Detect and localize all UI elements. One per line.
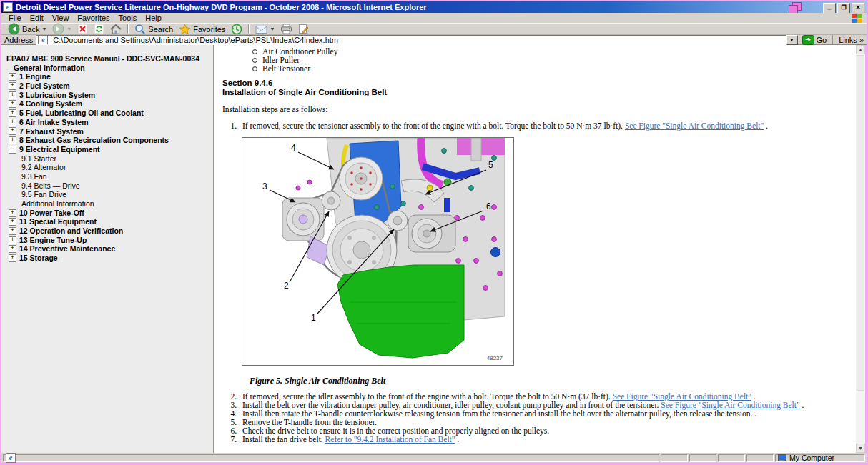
step-number: 2.: [214, 392, 242, 401]
tree-item[interactable]: +13 Engine Tune-Up: [1, 236, 213, 245]
status-pane: [661, 454, 688, 462]
stop-icon: [77, 24, 88, 34]
tree-expand-toggle[interactable]: +: [9, 73, 16, 81]
home-button[interactable]: [107, 24, 124, 34]
tree-expand-toggle[interactable]: +: [9, 254, 16, 262]
tree-item[interactable]: +6 Air Intake System: [1, 118, 213, 127]
forward-button[interactable]: ▼: [49, 24, 74, 34]
tree-expand-toggle[interactable]: +: [9, 91, 16, 99]
menu-item-tools[interactable]: Tools: [114, 14, 142, 22]
callout-6: 6: [486, 201, 491, 211]
history-button[interactable]: [228, 24, 245, 34]
tree-item[interactable]: EPA07 MBE 900 Service Manual - DDC-SVC-M…: [1, 54, 213, 64]
figure-caption: Figure 5. Single Air Conditioning Belt: [250, 376, 385, 386]
tree-item-label: 14 Preventive Maintenance: [19, 244, 115, 254]
title-bar: e Detroit Diesel Power Service Literatur…: [1, 1, 867, 13]
address-input[interactable]: e C:\Documents and Settings\Administrato…: [36, 35, 786, 45]
tree-item[interactable]: 9.2 Alternator: [1, 163, 213, 172]
circle-bullet-icon: [252, 58, 257, 63]
tree-item-label: 9 Electrical Equipment: [19, 145, 100, 154]
search-button[interactable]: Search: [132, 24, 176, 34]
menu-item-help[interactable]: Help: [141, 14, 166, 22]
stop-button[interactable]: [74, 24, 91, 34]
tree-expand-toggle[interactable]: +: [9, 119, 16, 126]
tree-item[interactable]: +4 Cooling System: [1, 99, 213, 109]
tree-expand-toggle[interactable]: +: [9, 100, 16, 108]
close-button[interactable]: ✕: [852, 3, 864, 14]
navigation-tree: EPA07 MBE 900 Service Manual - DDC-SVC-M…: [1, 45, 213, 453]
address-bar: Address e C:\Documents and Settings\Admi…: [1, 35, 867, 45]
tree-item[interactable]: 9.3 Fan: [1, 172, 213, 181]
status-pane: [689, 454, 716, 462]
document-reference-link[interactable]: Refer to "9.4.2 Installation of Fan Belt…: [325, 435, 455, 444]
menu-item-file[interactable]: File: [4, 14, 26, 22]
mail-button[interactable]: ▼: [252, 24, 277, 34]
bullet-item: Idler Puller: [252, 56, 337, 64]
tree-item[interactable]: 9.1 Starter: [1, 154, 213, 164]
tree-expand-toggle[interactable]: +: [9, 227, 16, 235]
tree-item-label: 9.5 Fan Drive: [21, 190, 66, 199]
back-button[interactable]: Back▼: [5, 24, 49, 34]
tree-expand-toggle[interactable]: +: [9, 82, 16, 90]
tree-expand-toggle[interactable]: +: [9, 127, 16, 135]
status-zone-pane: My Computer: [775, 454, 865, 462]
tree-item[interactable]: +3 Lubrication System: [1, 91, 213, 100]
document-reference-link[interactable]: See Figure "Single Air Conditioning Belt…: [661, 401, 799, 409]
tree-item[interactable]: 9.5 Fan Drive: [1, 190, 213, 199]
menu-item-edit[interactable]: Edit: [26, 14, 48, 22]
tree-expand-toggle[interactable]: +: [9, 236, 16, 244]
tree-expand-toggle[interactable]: +: [9, 245, 16, 253]
tree-item[interactable]: +1 Engine: [1, 72, 213, 81]
scrollbar-thumb[interactable]: [857, 55, 864, 391]
tree-item[interactable]: +14 Preventive Maintenance: [1, 244, 213, 254]
history-icon: [231, 24, 242, 35]
tree-expand-toggle[interactable]: +: [9, 218, 16, 226]
tree-expand-toggle[interactable]: +: [9, 209, 16, 217]
tree-expand-toggle[interactable]: +: [9, 109, 16, 117]
address-value: C:\Documents and Settings\Administrator\…: [53, 36, 338, 44]
tree-item-label: 9.3 Fan: [21, 172, 47, 181]
vertical-scrollbar[interactable]: ▲ ▼: [856, 45, 865, 453]
go-icon: ➔: [802, 35, 814, 45]
minimize-button[interactable]: _: [823, 3, 836, 14]
tree-item[interactable]: +15 Storage: [1, 254, 213, 263]
tree-item-label: Additional Information: [21, 199, 94, 209]
go-button[interactable]: ➔ Go: [802, 35, 827, 45]
refresh-button[interactable]: [91, 24, 107, 34]
tree-item[interactable]: 9.4 Belts — Drive: [1, 181, 213, 191]
tree-item[interactable]: +10 Power Take-Off: [1, 209, 213, 218]
tree-item[interactable]: Additional Information: [1, 199, 213, 209]
tree-item[interactable]: +5 Fuel, Lubricating Oil and Coolant: [1, 109, 213, 118]
bullet-item: Belt Tensioner: [252, 64, 337, 73]
scroll-down-icon[interactable]: ▼: [856, 444, 865, 453]
tree-item-label: 3 Lubrication System: [19, 91, 95, 100]
cascade-windows-icon: [786, 2, 805, 13]
tree-item-label: 6 Air Intake System: [19, 118, 89, 127]
tree-item[interactable]: +12 Operation and Verification: [1, 226, 213, 236]
scroll-up-icon[interactable]: ▲: [856, 45, 865, 54]
tree-item[interactable]: −9 Electrical Equipment: [1, 145, 213, 154]
tree-expand-toggle[interactable]: +: [9, 136, 16, 144]
back-icon: [8, 23, 20, 35]
document-reference-link[interactable]: See Figure "Single Air Conditioning Belt…: [613, 392, 751, 401]
address-dropdown-button[interactable]: ▼: [786, 35, 798, 45]
step-row: 2.If removed, secure the idler assembly …: [214, 392, 850, 401]
menu-item-favorites[interactable]: Favorites: [73, 14, 114, 22]
links-bar[interactable]: Links »: [832, 35, 864, 44]
restore-button[interactable]: ❐: [837, 3, 850, 14]
edit-button[interactable]: [295, 24, 312, 34]
tree-item[interactable]: +11 Special Equipment: [1, 217, 213, 226]
tree-item[interactable]: +7 Exhaust System: [1, 127, 213, 136]
favorites-button[interactable]: Favorites: [176, 24, 228, 34]
bullet-label: Air Conditioner Pulley: [262, 47, 337, 56]
address-label: Address: [4, 36, 33, 44]
menu-item-view[interactable]: View: [48, 14, 74, 22]
document-reference-link[interactable]: See Figure "Single Air Conditioning Belt…: [625, 121, 764, 130]
tree-item[interactable]: General Information: [1, 64, 213, 73]
tree-item[interactable]: +2 Fuel System: [1, 81, 213, 91]
callout-1: 1: [311, 313, 316, 323]
tree-expand-toggle[interactable]: −: [9, 146, 16, 154]
print-button[interactable]: [277, 24, 295, 34]
browser-window: e Detroit Diesel Power Service Literatur…: [0, 0, 868, 465]
tree-item[interactable]: +8 Exhaust Gas Recirculation Components: [1, 136, 213, 145]
